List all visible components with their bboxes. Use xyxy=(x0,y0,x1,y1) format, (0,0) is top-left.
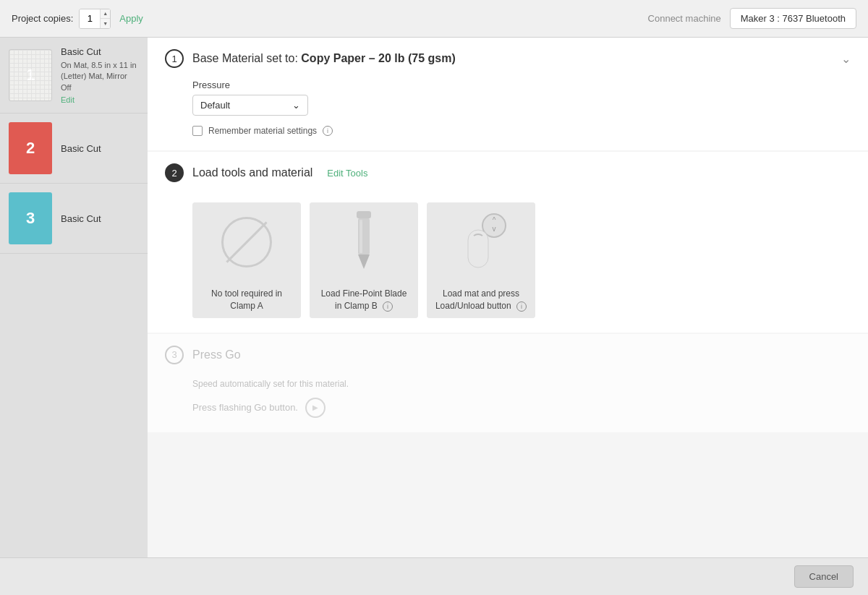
mat-name-3: Basic Cut xyxy=(61,213,139,224)
load-mat-info-icon[interactable]: i xyxy=(516,301,527,312)
tools-grid: No tool required in Clamp A xyxy=(192,202,851,318)
section3-header-left: 3 Press Go xyxy=(165,346,241,364)
project-copies-section: Project copies: ▲ ▼ Apply xyxy=(12,9,143,29)
pressure-select[interactable]: Default ⌄ xyxy=(192,95,308,116)
tool-card-no-tool-label: No tool required in Clamp A xyxy=(192,282,301,318)
remember-material-checkbox[interactable] xyxy=(192,126,203,136)
section2-title: Load tools and material xyxy=(192,166,312,179)
go-play-icon: ▶ xyxy=(305,398,326,418)
mat-info-1: Basic Cut On Mat, 8.5 in x 11 in (Letter… xyxy=(61,46,139,104)
step-circle-2: 2 xyxy=(165,163,184,182)
cancel-button[interactable]: Cancel xyxy=(794,565,854,588)
machine-connect-section: Connect machine Maker 3 : 7637 Bluetooth xyxy=(648,8,856,29)
section3-header: 3 Press Go xyxy=(148,334,868,376)
tool-card-blade-label: Load Fine-Point Blade in Clamp B i xyxy=(310,282,418,318)
section-press-go: 3 Press Go Speed automatically set for t… xyxy=(148,334,868,432)
section2-body: No tool required in Clamp A xyxy=(148,202,868,333)
section3-title: Press Go xyxy=(192,348,241,361)
mat-number-3: 3 xyxy=(26,209,35,228)
top-bar: Project copies: ▲ ▼ Apply Connect machin… xyxy=(0,0,868,38)
step-circle-3: 3 xyxy=(165,346,184,364)
tool-card-blade-image xyxy=(310,202,418,282)
load-mat-svg-icon: ^ v xyxy=(452,210,510,275)
step-circle-1: 1 xyxy=(165,49,184,68)
pressure-label: Pressure xyxy=(192,80,851,90)
apply-button[interactable]: Apply xyxy=(119,13,143,24)
mat-number-2: 2 xyxy=(26,139,35,158)
no-tool-icon xyxy=(221,217,272,267)
tool-card-load-mat-image: ^ v xyxy=(427,202,535,282)
section1-chevron-icon[interactable]: ⌄ xyxy=(841,52,851,66)
edit-tools-link[interactable]: Edit Tools xyxy=(327,168,367,179)
section1-material-name: Copy Paper – 20 lb (75 gsm) xyxy=(301,52,455,64)
remember-material-label: Remember material settings xyxy=(208,126,317,136)
svg-text:v: v xyxy=(493,225,496,233)
bottom-bar: Cancel xyxy=(0,557,868,595)
section-load-tools: 2 Load tools and material Edit Tools No … xyxy=(148,152,868,333)
section1-header-left: 1 Base Material set to: Copy Paper – 20 … xyxy=(165,49,456,68)
mat-thumbnail-1: 1 xyxy=(9,49,52,101)
tool-card-blade: Load Fine-Point Blade in Clamp B i xyxy=(310,202,418,318)
machine-button[interactable]: Maker 3 : 7637 Bluetooth xyxy=(730,8,856,29)
section2-header: 2 Load tools and material Edit Tools xyxy=(148,152,868,194)
sidebar-item-1[interactable]: 1 Basic Cut On Mat, 8.5 in x 11 in (Lett… xyxy=(0,38,148,114)
main-layout: 1 Basic Cut On Mat, 8.5 in x 11 in (Lett… xyxy=(0,38,868,557)
mat-thumbnail-2: 2 xyxy=(9,122,52,174)
tool-card-no-tool-image xyxy=(192,202,301,282)
section1-title: Base Material set to: Copy Paper – 20 lb… xyxy=(192,52,456,65)
svg-rect-7 xyxy=(468,230,488,267)
copies-spinners: ▲ ▼ xyxy=(100,9,110,28)
svg-rect-3 xyxy=(359,220,362,253)
press-go-subtext: Speed automatically set for this materia… xyxy=(192,379,851,389)
blade-svg-icon xyxy=(349,210,378,275)
press-go-row: Press flashing Go button. ▶ xyxy=(192,398,851,418)
connect-machine-label: Connect machine xyxy=(648,13,721,24)
section1-body: Pressure Default ⌄ Remember material set… xyxy=(148,80,868,150)
blade-info-icon[interactable]: i xyxy=(383,301,393,312)
mat-grid-lines-1 xyxy=(9,50,51,100)
mat-info-2: Basic Cut xyxy=(61,143,139,154)
svg-text:^: ^ xyxy=(493,216,496,224)
pressure-dropdown-icon: ⌄ xyxy=(292,100,300,111)
content-area: 1 Base Material set to: Copy Paper – 20 … xyxy=(148,38,868,557)
project-copies-label: Project copies: xyxy=(12,13,73,24)
copies-down-button[interactable]: ▼ xyxy=(101,19,110,28)
copies-up-button[interactable]: ▲ xyxy=(101,9,110,20)
remember-material-row: Remember material settings i xyxy=(192,126,851,136)
sidebar-item-3[interactable]: 3 Basic Cut xyxy=(0,184,148,254)
mat-info-3: Basic Cut xyxy=(61,213,139,224)
svg-marker-2 xyxy=(358,254,370,269)
sidebar: 1 Basic Cut On Mat, 8.5 in x 11 in (Lett… xyxy=(0,38,148,557)
remember-material-info-icon[interactable]: i xyxy=(323,126,333,136)
section1-header: 1 Base Material set to: Copy Paper – 20 … xyxy=(148,38,868,80)
mat-thumbnail-3: 3 xyxy=(9,192,52,244)
play-triangle: ▶ xyxy=(312,403,318,411)
mat-edit-1[interactable]: Edit xyxy=(61,95,139,104)
section3-body: Speed automatically set for this materia… xyxy=(148,376,868,432)
tool-card-no-tool: No tool required in Clamp A xyxy=(192,202,301,318)
content-spacer xyxy=(148,434,868,557)
tool-card-load-mat-label: Load mat and press Load/Unload button i xyxy=(427,282,535,318)
mat-name-2: Basic Cut xyxy=(61,143,139,154)
mat-name-1: Basic Cut xyxy=(61,46,139,57)
sidebar-item-2[interactable]: 2 Basic Cut xyxy=(0,114,148,184)
tool-card-load-mat: ^ v Load mat and press Load/Unload butto… xyxy=(427,202,535,318)
svg-rect-0 xyxy=(357,211,371,218)
pressure-value: Default xyxy=(200,100,230,111)
section-base-material: 1 Base Material set to: Copy Paper – 20 … xyxy=(148,38,868,150)
section1-title-text: Base Material set to: xyxy=(192,52,298,64)
press-flashing-label: Press flashing Go button. xyxy=(192,402,298,413)
copies-input-wrapper: ▲ ▼ xyxy=(79,9,111,29)
section2-header-left: 2 Load tools and material Edit Tools xyxy=(165,163,367,182)
mat-details-1: On Mat, 8.5 in x 11 in (Letter) Mat, Mir… xyxy=(61,60,139,93)
